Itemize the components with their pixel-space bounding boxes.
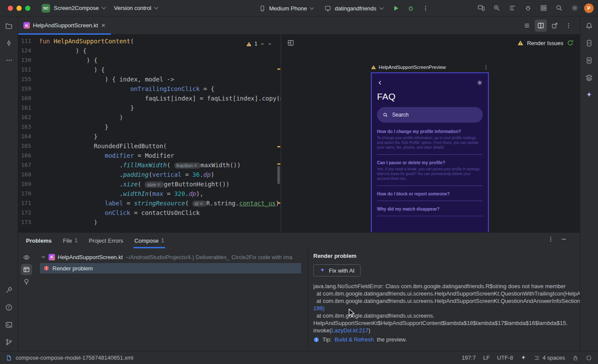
- close-window-button[interactable]: [8, 6, 13, 11]
- logcat-icon[interactable]: [506, 2, 518, 14]
- code-line: ) {: [39, 65, 281, 75]
- center-column: K HelpAndSupportScreen.kt: [18, 16, 580, 351]
- cursor-position[interactable]: 197:7: [462, 354, 476, 361]
- faq-search-bar: Search: [377, 107, 483, 123]
- resource-manager-layers-icon[interactable]: [585, 74, 593, 81]
- code-search-icon[interactable]: [491, 2, 503, 14]
- previous-issue-chevron-icon[interactable]: [260, 42, 265, 46]
- next-issue-chevron-icon[interactable]: [267, 42, 272, 46]
- project-widget[interactable]: SC Screen2Compose: [37, 2, 110, 14]
- tab-count: 1: [75, 237, 78, 244]
- warning-stripe-mark[interactable]: [277, 68, 280, 70]
- code-token: .: [185, 190, 188, 197]
- line-ending[interactable]: LF: [483, 354, 490, 361]
- warning-stripe-mark[interactable]: [277, 202, 280, 204]
- debug-button[interactable]: [405, 2, 417, 14]
- problem-view-icon[interactable]: [21, 264, 32, 275]
- tab-compose[interactable]: Compose1: [134, 233, 164, 248]
- code-line: }: [39, 122, 281, 132]
- phone-device-icon: [259, 5, 266, 12]
- project-folder-icon[interactable]: [5, 22, 13, 29]
- code-token: dp: [203, 171, 211, 178]
- problems-icon[interactable]: [5, 303, 13, 311]
- run-button[interactable]: [390, 2, 402, 14]
- code-token: ): [211, 171, 214, 178]
- code-line: RoundedFilledButton(: [39, 141, 281, 151]
- run-configuration-selector[interactable]: datingandfriends: [320, 2, 387, 14]
- build-refresh-link[interactable]: Build & Refresh: [335, 336, 374, 343]
- stack-trace-link[interactable]: 199): [313, 305, 325, 312]
- warning-stripe-mark[interactable]: [277, 146, 280, 147]
- stack-trace-link[interactable]: LazyDsl.kt:217: [332, 327, 368, 334]
- commit-icon[interactable]: [5, 39, 13, 47]
- preview-name: HelpAndSupportScreenPreview: [379, 65, 446, 70]
- code-editor[interactable]: 1111241301511551591601611621631641651661…: [18, 35, 281, 232]
- preview-card-header: HelpAndSupportScreenPreview: [371, 62, 489, 72]
- version-control-branch-icon[interactable]: [5, 338, 13, 346]
- inspection-widget[interactable]: 1: [244, 38, 275, 49]
- tab-project-errors[interactable]: Project Errors: [89, 233, 123, 248]
- maximize-window-button[interactable]: [25, 6, 30, 11]
- editor-list-icon[interactable]: [521, 20, 533, 32]
- search-everywhere-icon[interactable]: [553, 2, 565, 14]
- user-avatar[interactable]: P: [584, 3, 594, 13]
- chevron-down-icon[interactable]: [41, 254, 46, 260]
- faq-list: How do I change my profile information?T…: [377, 124, 483, 216]
- code-token: ) {: [94, 66, 104, 73]
- code-line: onTrailingIconClick = {: [39, 84, 281, 94]
- more-tools-icon[interactable]: [537, 2, 549, 14]
- kotlin-file-icon: K: [49, 254, 55, 260]
- faq-answer: To change your profile information, go t…: [377, 136, 483, 150]
- phone-top-bar: [377, 78, 483, 87]
- device-manager-icon[interactable]: [585, 56, 593, 64]
- code-line: ): [39, 218, 281, 227]
- more-tool-windows-icon[interactable]: [5, 56, 13, 64]
- preview-options-kebab-icon[interactable]: [483, 65, 489, 70]
- editor-tab[interactable]: K HelpAndSupportScreen.kt: [18, 16, 111, 34]
- lock-icon[interactable]: [572, 355, 578, 361]
- profiler-icon[interactable]: [522, 2, 534, 14]
- faq-question: Why did my match disappear?: [377, 207, 483, 211]
- file-encoding[interactable]: UTF-8: [497, 354, 513, 361]
- tab-file[interactable]: File1: [63, 233, 78, 248]
- code-token: = {: [200, 85, 214, 92]
- ai-status-sparkle-icon[interactable]: [520, 355, 526, 361]
- settings-gear-icon[interactable]: [569, 2, 581, 14]
- device-selector[interactable]: Medium Phone: [255, 2, 318, 14]
- render-issues-widget[interactable]: Render Issues: [517, 39, 574, 46]
- fix-with-ai-button[interactable]: Fix with AI: [313, 264, 361, 276]
- lightbulb-icon[interactable]: [21, 276, 32, 287]
- titlebar-right-actions: P: [475, 2, 594, 14]
- detach-editor-icon[interactable]: [549, 20, 561, 32]
- code-indent: [39, 66, 94, 73]
- split-editor-icon[interactable]: [535, 20, 547, 32]
- tab-problems[interactable]: Problems: [26, 233, 52, 248]
- preview-layout-grid-icon[interactable]: [287, 39, 294, 46]
- running-devices-icon[interactable]: [585, 39, 593, 47]
- panel-options-kebab-icon[interactable]: [548, 236, 554, 242]
- rendered-phone-preview[interactable]: FAQ Search How do I change my profile in…: [371, 72, 489, 232]
- indent-widget[interactable]: 4 spaces: [534, 354, 565, 361]
- tip-row: Tip: Build & Refresh the preview.: [313, 336, 580, 343]
- mirror-device-icon[interactable]: [475, 2, 487, 14]
- terminal-icon[interactable]: [5, 321, 13, 328]
- render-problem-row[interactable]: Render problem: [40, 263, 301, 273]
- hide-panel-icon[interactable]: [561, 236, 567, 242]
- preview-eye-icon[interactable]: [21, 252, 32, 263]
- close-tab-icon[interactable]: [101, 23, 106, 28]
- notifications-bell-icon[interactable]: [585, 22, 593, 29]
- code-line: ) { index, model ->: [39, 75, 281, 84]
- background-tasks-icon[interactable]: [586, 355, 592, 361]
- editor-scrollbar-thumb[interactable]: [277, 166, 280, 184]
- build-refresh-icon[interactable]: [567, 39, 574, 46]
- code-token: 320: [174, 190, 185, 197]
- build-icon[interactable]: [5, 286, 13, 294]
- gemini-star-icon[interactable]: [585, 91, 593, 99]
- editor-options-kebab-icon[interactable]: [562, 20, 575, 32]
- run-options-kebab-icon[interactable]: [419, 2, 432, 14]
- tree-file-row[interactable]: K HelpAndSupportScreen.kt ~/AndroidStudi…: [35, 252, 308, 262]
- minimize-window-button[interactable]: [16, 6, 22, 11]
- line-number: 130: [18, 55, 31, 65]
- warning-stripe-mark[interactable]: [277, 163, 280, 165]
- version-control-widget[interactable]: Version control: [110, 2, 162, 14]
